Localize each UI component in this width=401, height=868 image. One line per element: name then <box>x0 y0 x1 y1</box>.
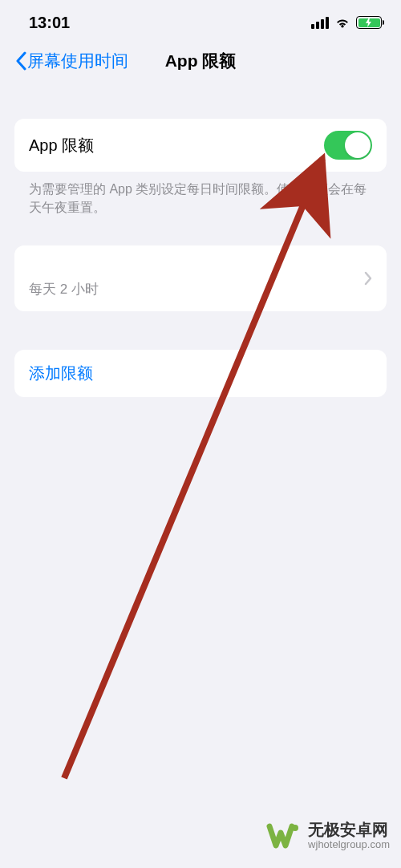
status-right-icons <box>311 16 382 29</box>
limit-secondary-label: 每天 2 小时 <box>29 280 99 298</box>
chevron-right-icon <box>364 271 372 286</box>
battery-icon <box>356 16 382 29</box>
chevron-left-icon <box>14 51 27 71</box>
watermark-url: wjhotelgroup.com <box>308 839 390 851</box>
wifi-icon <box>334 16 351 29</box>
cellular-signal-icon <box>311 17 329 29</box>
navigation-bar: 屏幕使用时间 App 限额 <box>0 39 401 80</box>
limit-item-cell[interactable]: 每天 2 小时 <box>14 245 387 311</box>
watermark-title: 无极安卓网 <box>308 821 390 839</box>
watermark: 无极安卓网 wjhotelgroup.com <box>266 818 390 854</box>
back-label: 屏幕使用时间 <box>27 50 128 72</box>
watermark-logo-icon <box>266 818 302 854</box>
add-limit-button[interactable]: 添加限额 <box>14 350 387 397</box>
add-limit-label: 添加限额 <box>29 363 372 384</box>
back-button[interactable]: 屏幕使用时间 <box>14 50 128 72</box>
toggle-switch[interactable] <box>324 131 372 160</box>
page-title: App 限额 <box>165 50 237 72</box>
status-time: 13:01 <box>29 14 70 32</box>
status-bar: 13:01 <box>0 0 401 39</box>
toggle-cell-title: App 限额 <box>29 135 94 156</box>
section-footer: 为需要管理的 App 类别设定每日时间限额。使用限额会在每天午夜重置。 <box>14 172 387 217</box>
svg-point-1 <box>292 825 298 831</box>
app-limit-toggle-cell[interactable]: App 限额 <box>14 119 387 172</box>
